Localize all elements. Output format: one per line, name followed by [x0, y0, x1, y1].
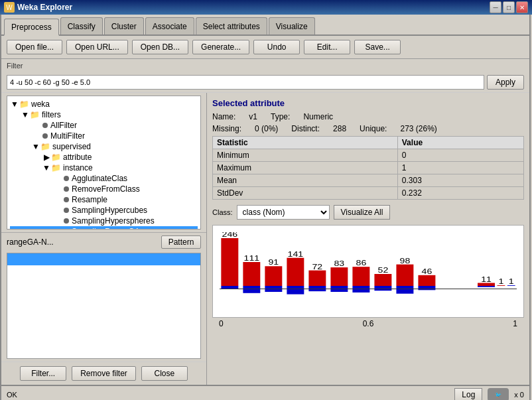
type-value: Numeric	[303, 112, 333, 121]
tree-item-weka[interactable]: ▼ 📁 weka	[10, 99, 198, 109]
bar-label: 91	[268, 259, 279, 267]
save-button[interactable]: Save...	[354, 40, 401, 54]
apply-button[interactable]: Apply	[487, 75, 524, 90]
tree-item-samplingrangega[interactable]: SamplingRangeGA	[10, 226, 198, 230]
attr-info-row: Name: v1 Type: Numeric	[212, 112, 524, 121]
bar-blue	[243, 286, 260, 293]
tab-visualize[interactable]: Visualize	[269, 17, 315, 34]
bar-red	[352, 267, 369, 286]
distinct-label: Distinct:	[291, 124, 320, 133]
expand-icon[interactable]: ▼	[31, 142, 40, 151]
window-controls: ─ □ ✕	[490, 1, 528, 13]
undo-button[interactable]: Undo	[253, 40, 300, 54]
folder-icon: 📁	[51, 163, 61, 172]
bullet-icon	[64, 197, 69, 202]
list-item[interactable]	[7, 265, 200, 277]
filter-button[interactable]: Filter...	[20, 366, 66, 381]
tree-item-supervised[interactable]: ▼ 📁 supervised	[10, 141, 198, 152]
col-statistic: Statistic	[213, 137, 398, 149]
bar-label: 98	[400, 257, 411, 265]
tree-item-attribute[interactable]: ▶ 📁 attribute	[10, 152, 198, 163]
bar-red	[374, 274, 391, 286]
list-item[interactable]	[7, 301, 200, 313]
maximize-button[interactable]: □	[503, 1, 515, 13]
class-row: Class: class (Nom) Visualize All	[212, 205, 524, 220]
bar-label: 111	[244, 255, 260, 263]
list-area[interactable]	[7, 253, 201, 359]
x-label-1: 1	[513, 319, 517, 328]
class-select[interactable]: class (Nom)	[237, 205, 330, 220]
bar-label: 52	[378, 267, 389, 275]
toolbar: Open file... Open URL... Open DB... Gene…	[1, 36, 529, 59]
tab-select-attributes[interactable]: Select attributes	[196, 17, 267, 34]
chart-area: 246 111 91 141	[212, 225, 524, 318]
expand-icon[interactable]: ▼	[10, 100, 19, 109]
tree-item-removefromclass[interactable]: RemoveFromClass	[10, 184, 198, 194]
close-button[interactable]: ✕	[516, 1, 528, 13]
window-title: Weka Explorer	[17, 3, 72, 12]
bar-label: 83	[334, 260, 345, 268]
bottom-buttons: Filter... Remove filter Close	[1, 362, 206, 385]
bar-red	[265, 266, 282, 286]
bullet-icon	[64, 186, 69, 192]
open-url-button[interactable]: Open URL...	[66, 40, 128, 54]
expand-icon[interactable]: ▼	[21, 110, 30, 119]
tree-item-multifilter[interactable]: MultiFilter	[10, 131, 198, 141]
tree-item-allfilter[interactable]: AllFilter	[10, 120, 198, 131]
list-item[interactable]	[7, 289, 200, 301]
edit-button[interactable]: Edit...	[304, 40, 350, 54]
bar-label: 1	[509, 278, 514, 286]
minimize-button[interactable]: ─	[490, 1, 501, 13]
col-value: Value	[397, 137, 523, 149]
bar-label: 72	[312, 263, 322, 271]
tab-preprocess[interactable]: Preprocess	[4, 19, 59, 36]
bar-red	[330, 267, 348, 286]
tree-item-filters[interactable]: ▼ 📁 filters	[10, 109, 198, 120]
list-item[interactable]	[7, 313, 200, 325]
bar-blue	[221, 286, 238, 289]
expand-icon[interactable]: ▶	[42, 153, 51, 162]
tree-area[interactable]: ▼ 📁 weka ▼ 📁 filters AllFilter	[7, 96, 201, 230]
class-label: Class:	[212, 208, 233, 216]
folder-icon: 📁	[30, 110, 40, 119]
bullet-icon	[64, 218, 69, 224]
expand-icon[interactable]: ▼	[42, 163, 51, 172]
list-item[interactable]	[7, 253, 200, 265]
remove-filter-button[interactable]: Remove filter	[72, 366, 136, 381]
open-file-button[interactable]: Open file...	[7, 40, 62, 54]
bar-label: 86	[356, 259, 367, 267]
folder-icon: 📁	[40, 142, 50, 151]
bar-red	[287, 258, 304, 286]
tree-item-agglutinate[interactable]: AgglutinateClas	[10, 173, 198, 184]
list-item[interactable]	[7, 325, 200, 337]
tab-cluster[interactable]: Cluster	[104, 17, 144, 34]
tree-item-resample[interactable]: Resample	[10, 194, 198, 205]
bar-blue	[352, 286, 369, 293]
chart-container: 246 111 91 141	[212, 225, 524, 330]
open-db-button[interactable]: Open DB...	[132, 40, 188, 54]
name-label: Name:	[212, 112, 235, 121]
bar-blue	[478, 286, 495, 287]
unique-label: Unique:	[360, 124, 387, 133]
list-item[interactable]	[7, 277, 200, 289]
visualize-all-button[interactable]: Visualize All	[334, 205, 391, 220]
tab-classify[interactable]: Classify	[60, 17, 103, 34]
left-panel: ▼ 📁 weka ▼ 📁 filters AllFilter	[1, 93, 207, 385]
title-bar: W Weka Explorer ─ □ ✕	[0, 0, 532, 15]
bar-red	[396, 265, 413, 286]
tree-item-samplinghyperspheres[interactable]: SamplingHyperspheres	[10, 216, 198, 226]
tab-associate[interactable]: Associate	[145, 17, 194, 34]
bar-blue	[396, 286, 413, 294]
filter-text-input[interactable]	[7, 75, 484, 90]
histogram-chart: 246 111 91 141	[220, 232, 517, 304]
generate-button[interactable]: Generate...	[192, 40, 249, 54]
tree-item-samplinghypercubes[interactable]: SamplingHypercubes	[10, 205, 198, 216]
bullet-icon	[64, 176, 69, 181]
pattern-button[interactable]: Pattern	[161, 235, 201, 249]
stats-table: Statistic Value Minimum 0 Maximum 1 Mean	[212, 136, 524, 200]
selected-attr-title: Selected attribute	[212, 98, 524, 108]
close-button[interactable]: Close	[141, 366, 188, 381]
log-button[interactable]: Log	[454, 388, 482, 400]
tree-item-instance[interactable]: ▼ 📁 instance	[10, 163, 198, 173]
bar-blue	[287, 286, 304, 295]
